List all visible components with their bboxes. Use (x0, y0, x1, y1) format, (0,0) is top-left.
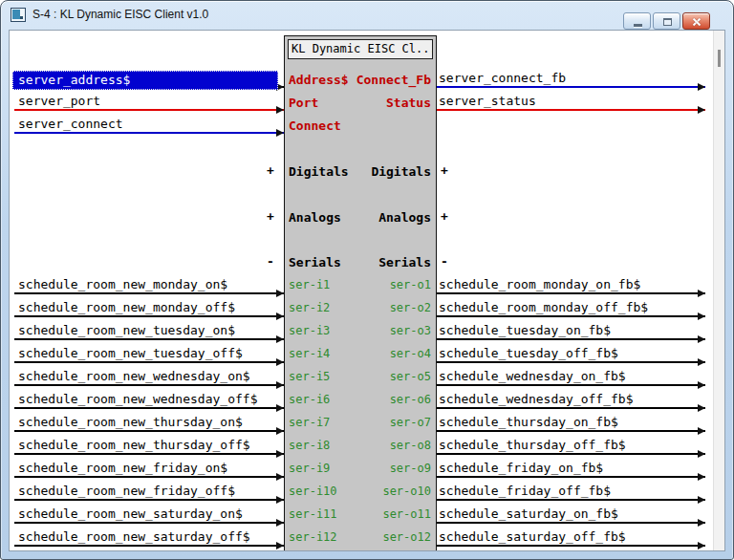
signal-line (437, 522, 705, 524)
symbol-title[interactable]: KL Dynamic EISC Cl... (288, 39, 433, 59)
signal-line (437, 384, 705, 386)
signal-arrowhead (276, 404, 284, 412)
signal-label[interactable]: server_status (439, 94, 536, 109)
signal-label[interactable]: schedule_room_new_thursday_off$ (18, 438, 250, 453)
expander-digitals-right[interactable]: + (438, 163, 451, 179)
signal-label[interactable]: schedule_room_new_wednesday_off$ (18, 392, 257, 407)
signal-label[interactable]: schedule_room_new_friday_on$ (18, 461, 227, 476)
maximize-icon (663, 18, 672, 26)
serial-output-port[interactable]: ser-o6 (390, 393, 431, 407)
serial-input-port[interactable]: ser-i4 (289, 347, 330, 361)
signal-label[interactable]: schedule_room_new_wednesday_on$ (18, 369, 250, 384)
signal-line (14, 407, 284, 409)
serial-output-port[interactable]: ser-o11 (382, 507, 431, 522)
vertical-scrollbar[interactable] (713, 31, 724, 550)
signal-label[interactable]: schedule_saturday_on_fb$ (439, 506, 618, 522)
signal-label[interactable]: server_address$ (12, 71, 278, 90)
app-icon[interactable] (11, 8, 26, 22)
signal-label[interactable]: server_connect (18, 117, 123, 132)
signal-label[interactable]: schedule_saturday_off_fb$ (439, 529, 626, 545)
signal-label[interactable]: schedule_tuesday_on_fb$ (439, 323, 611, 338)
serial-input-port[interactable]: ser-i11 (289, 507, 337, 522)
expander-analogs-left[interactable]: + (264, 209, 277, 225)
serial-output-port[interactable]: ser-o3 (390, 324, 431, 338)
signal-line (437, 430, 705, 432)
serial-input-port[interactable]: ser-i5 (289, 370, 330, 384)
signal-label[interactable]: schedule_room_new_friday_off$ (18, 484, 235, 499)
window-titlebar[interactable]: S-4 : KL Dynamic EISC Client v1.0 (1, 1, 733, 30)
serial-output-port[interactable]: ser-o5 (390, 370, 431, 384)
signal-label[interactable]: schedule_tuesday_off_fb$ (439, 346, 618, 361)
expander-serials-right[interactable]: - (438, 254, 451, 269)
section-analogs-in[interactable]: Analogs (289, 210, 341, 226)
signal-arrowhead (698, 358, 705, 366)
signal-arrowhead (698, 312, 705, 320)
signal-label[interactable]: schedule_thursday_off_fb$ (439, 438, 626, 453)
section-serials-out[interactable]: Serials (378, 255, 431, 270)
serial-input-port[interactable]: ser-i1 (289, 278, 330, 292)
signal-line (14, 315, 284, 317)
expander-serials-left[interactable]: - (264, 254, 277, 269)
signal-label[interactable]: schedule_thursday_on_fb$ (439, 415, 618, 430)
section-digitals-out[interactable]: Digitals (371, 164, 431, 180)
signal-arrowhead (698, 450, 705, 458)
port-label-connect-fb: Connect_Fb (356, 73, 431, 88)
serial-input-port[interactable]: ser-i6 (289, 393, 330, 407)
signal-label[interactable]: schedule_room_new_thursday_on$ (18, 415, 243, 430)
serial-output-port[interactable]: ser-o10 (382, 485, 431, 499)
serial-output-port[interactable]: ser-o12 (382, 530, 431, 545)
port-label-connect: Connect (289, 118, 341, 134)
signal-arrowhead (698, 106, 705, 114)
signal-label[interactable]: schedule_room_new_saturday_on$ (18, 506, 243, 522)
serial-input-port[interactable]: ser-i9 (289, 462, 330, 476)
signal-label[interactable]: schedule_room_new_monday_on$ (18, 277, 227, 292)
serial-input-port[interactable]: ser-i8 (289, 439, 330, 453)
minimize-button[interactable] (623, 12, 651, 30)
serial-output-port[interactable]: ser-o4 (390, 347, 431, 361)
signal-arrowhead (698, 290, 705, 297)
serial-input-port[interactable]: ser-i2 (289, 301, 330, 315)
serial-output-port[interactable]: ser-o8 (390, 439, 431, 453)
serial-input-port[interactable]: ser-i10 (289, 485, 337, 499)
signal-label[interactable]: schedule_room_monday_on_fb$ (439, 277, 640, 292)
signal-arrowhead (698, 427, 705, 435)
signal-label[interactable]: schedule_friday_on_fb$ (439, 461, 603, 476)
signal-label[interactable]: schedule_room_new_tuesday_off$ (18, 346, 243, 361)
signal-line (437, 361, 705, 363)
signal-label[interactable]: server_port (18, 94, 100, 109)
signal-line (14, 384, 284, 386)
serial-output-port[interactable]: ser-o2 (390, 301, 431, 315)
section-analogs-out[interactable]: Analogs (378, 210, 431, 226)
signal-label[interactable]: schedule_room_new_saturday_off$ (18, 529, 250, 545)
signal-label[interactable]: server_connect_fb (439, 71, 566, 86)
signal-label[interactable]: schedule_room_monday_off_fb$ (439, 300, 648, 315)
signal-label[interactable]: schedule_friday_off_fb$ (439, 484, 611, 499)
signal-label[interactable]: schedule_wednesday_on_fb$ (439, 369, 626, 384)
signal-label[interactable]: schedule_room_new_monday_off$ (18, 300, 235, 315)
signal-arrowhead (276, 358, 284, 366)
port-label-status: Status (386, 96, 431, 111)
signal-line (437, 545, 705, 547)
signal-label[interactable]: schedule_wednesday_off_fb$ (439, 392, 634, 407)
expander-digitals-left[interactable]: + (264, 163, 277, 179)
signal-line (14, 499, 284, 501)
symbol-block: KL Dynamic EISC Cl... Address$ Port Conn… (284, 35, 437, 550)
serial-output-port[interactable]: ser-o9 (390, 462, 431, 476)
section-digitals-in[interactable]: Digitals (289, 164, 349, 180)
signal-line (437, 499, 705, 501)
serial-input-port[interactable]: ser-i7 (289, 416, 330, 430)
serial-output-port[interactable]: ser-o7 (390, 416, 431, 430)
signal-line (14, 361, 284, 363)
signal-label[interactable]: schedule_room_new_tuesday_on$ (18, 323, 235, 338)
serial-output-port[interactable]: ser-o1 (390, 278, 431, 292)
signal-arrowhead (276, 542, 284, 549)
section-serials-in[interactable]: Serials (289, 255, 341, 270)
maximize-button[interactable] (653, 12, 680, 30)
serial-input-port[interactable]: ser-i3 (289, 324, 330, 338)
symbol-detail-view: KL Dynamic EISC Cl... Address$ Port Conn… (9, 30, 725, 551)
close-button[interactable] (682, 12, 710, 30)
scrollbar-thumb[interactable] (718, 50, 721, 67)
serial-input-port[interactable]: ser-i12 (289, 530, 337, 545)
expander-analogs-right[interactable]: + (438, 209, 451, 225)
signal-arrowhead (276, 335, 284, 343)
